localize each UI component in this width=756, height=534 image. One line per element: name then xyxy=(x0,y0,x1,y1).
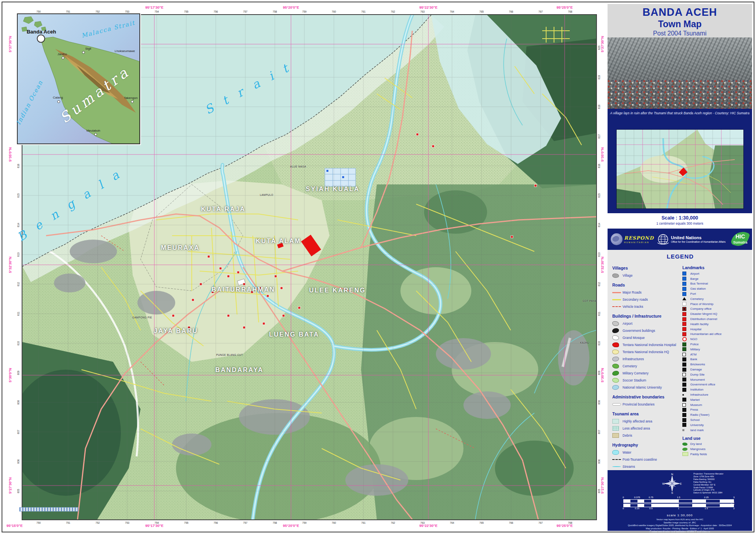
humanitarian-aid-office-icon xyxy=(682,332,686,336)
legend-item: Health facility xyxy=(682,322,748,327)
legend-item-label: Government buildings xyxy=(623,329,655,333)
respond-logo-icon xyxy=(611,233,623,245)
government-office-icon xyxy=(682,383,686,387)
legend-item-label: Soccer Stadium xyxy=(623,378,646,382)
legend-item-label: Company office xyxy=(690,307,712,311)
un-logo: United Nations Office for the Coordinati… xyxy=(657,233,726,245)
miles-bar: Miles xyxy=(623,504,734,507)
legend-item: Humanitarian aid office xyxy=(682,332,748,337)
miles-labels: 00.250.511.52 xyxy=(623,507,734,510)
legend: LEGEND Villages Village Roads xyxy=(608,250,752,470)
legend-item-label: Military xyxy=(690,348,700,351)
dump-site-icon xyxy=(682,373,686,376)
legend-item-label: Paddy fields xyxy=(690,452,707,456)
legend-item: Highly affected area xyxy=(612,418,682,425)
legend-section-title: Roads xyxy=(612,283,682,287)
respond-sublabel: HUMANITARIAN xyxy=(624,241,654,244)
legend-item: Radio (Tower) xyxy=(682,412,748,417)
military-cemetery-icon xyxy=(612,371,619,376)
km-bar: Km xyxy=(623,499,734,503)
legend-item-label: Airport xyxy=(690,272,699,275)
government-buildings-icon xyxy=(612,328,619,333)
legend-item-label: Port xyxy=(690,292,696,296)
soccer-stadium-icon xyxy=(612,378,619,383)
airport-area-icon xyxy=(612,321,619,326)
legend-item-label: Dry land xyxy=(690,442,702,446)
legend-item-label: Place of Worship xyxy=(690,302,713,306)
legend-item: Bus Terminal xyxy=(682,281,748,287)
ngo-icon xyxy=(682,337,687,341)
legend-item-label: Brickworks xyxy=(690,363,705,366)
legend-item-label: Infrastructure xyxy=(690,393,708,396)
highly-affected-area-icon xyxy=(612,419,619,424)
market-icon xyxy=(682,398,686,402)
company-office-icon xyxy=(682,307,686,311)
legend-section-title: Land use xyxy=(682,436,748,441)
projection-line: Central Meridian: 93° E xyxy=(693,484,723,486)
credit-line: Satellite image courtesy of: JRC xyxy=(608,521,752,525)
legend-item: School xyxy=(682,417,748,422)
legend-item: Paddy fields xyxy=(682,452,748,457)
legend-item-label: Cemetery xyxy=(623,364,637,368)
legend-item: Hospital xyxy=(682,327,748,332)
miles-label: 2 xyxy=(733,507,734,510)
inset-geography xyxy=(18,14,139,143)
legend-section: Roads Major Roads Secondary roads xyxy=(612,283,682,310)
port-icon xyxy=(682,292,686,296)
monument-icon xyxy=(682,378,686,381)
legend-item: Place of Worship xyxy=(682,301,748,307)
legend-item-label: Secondary roads xyxy=(623,298,648,301)
miles-label: 1.5 xyxy=(705,507,708,510)
legend-item: Secondary roads xyxy=(612,296,682,303)
legend-item-label: ATM xyxy=(690,353,697,356)
km-label: 1.5 xyxy=(677,496,680,499)
projection-line: Scale Factor: 0.9996 xyxy=(693,486,723,489)
miles-label: 1 xyxy=(678,507,679,510)
legend-item: Cemetery xyxy=(612,363,682,370)
km-label: 3 xyxy=(733,496,734,499)
legend-item-label: Monument xyxy=(690,378,705,381)
photo-caption: A village lays in ruin after the Tsunami… xyxy=(608,109,752,117)
legend-item: Government office xyxy=(682,382,748,387)
projection-line: False Northing: 0m xyxy=(693,481,723,484)
credit-line: Vector map layers from ALN army and the … xyxy=(608,518,752,521)
legend-item-label: Press xyxy=(690,408,698,411)
legend-section: Land use Dry land Mangroves xyxy=(682,436,748,457)
tni-hq-icon xyxy=(612,350,619,354)
legend-item-label: Post-Tsunami coastline xyxy=(623,458,657,461)
footer-panel: N S E W Projection: Transverse MercatorZ… xyxy=(608,470,752,531)
projection-line: Latitude of Origin: 0°N xyxy=(693,489,723,491)
legend-item: Press xyxy=(682,407,748,413)
legend-item-label: Military Cemetery xyxy=(623,371,649,375)
miles-unit: Miles xyxy=(729,501,734,503)
legend-item-label: Dump Site xyxy=(690,373,704,376)
legend-item: Mangroves xyxy=(682,447,748,452)
km-labels: 00.3750.751.52.253 xyxy=(623,496,734,499)
hic-label: HIC xyxy=(736,233,745,240)
legend-item-label: Gas station xyxy=(690,287,706,290)
legend-item: Institution xyxy=(682,387,748,392)
streams-icon xyxy=(612,466,621,467)
legend-item: Disaster Mngmt HQ xyxy=(682,311,748,316)
compass-e: E xyxy=(680,482,682,485)
scale-block: Scale : 1:30,000 1 centimeter equals 300… xyxy=(608,213,752,229)
logos-bar: RESPOND HUMANITARIAN United Nations Offi… xyxy=(608,229,752,250)
infrastructure-icon xyxy=(682,394,684,396)
legend-section-title: Hydrography xyxy=(612,443,682,447)
legend-item-label: Disaster Mngmt HQ xyxy=(690,312,717,316)
legend-section: Administrative boundaries Provincial bou… xyxy=(612,394,682,408)
radio-tower-icon xyxy=(682,413,686,417)
scale-bars: 00.3750.751.52.253 Km Miles 00.250.5 xyxy=(615,496,743,513)
press-icon xyxy=(682,408,686,412)
legend-item: Military Cemetery xyxy=(612,370,682,377)
legend-item-label: Museum xyxy=(690,403,702,407)
credit-line: Product coordination and facilitation: U… xyxy=(608,530,752,533)
legend-section: Villages Village xyxy=(612,266,682,279)
legend-item: Company office xyxy=(682,307,748,312)
infrastructures-icon xyxy=(612,357,619,361)
legend-item-label: Institution xyxy=(690,388,703,391)
inset-map-sumatra: Banda AcehMalacca StraitLhokseumaweSigli… xyxy=(17,13,140,144)
legend-item-label: University xyxy=(690,423,704,427)
legend-section-title: Administrative boundaries xyxy=(612,394,682,399)
legend-item: Market xyxy=(682,397,748,402)
